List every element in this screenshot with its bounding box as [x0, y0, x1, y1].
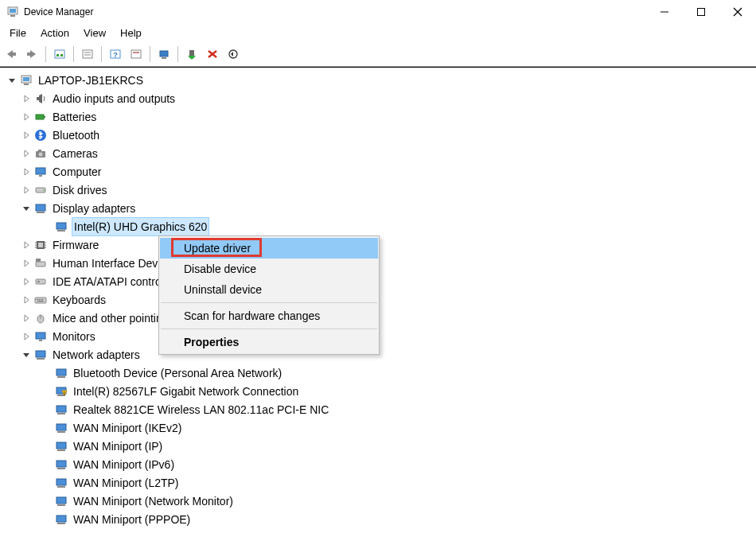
display-adapter-icon — [54, 220, 68, 233]
context-scan-hardware[interactable]: Scan for hardware changes — [160, 305, 378, 326]
tree-display-child[interactable]: Intel(R) UHD Graphics 620 — [2, 217, 756, 235]
network-icon — [33, 348, 48, 361]
tree-net6[interactable]: WAN Miniport (L2TP) — [2, 473, 756, 492]
help-button[interactable]: ? — [106, 45, 125, 63]
chevron-right-icon[interactable] — [21, 111, 32, 123]
menu-help[interactable]: Help — [114, 25, 148, 41]
tree-net3[interactable]: WAN Miniport (IKEv2) — [2, 418, 756, 437]
tree-computer[interactable]: Computer — [2, 162, 756, 181]
context-disable-device[interactable]: Disable device — [160, 259, 378, 279]
context-properties[interactable]: Properties — [160, 332, 378, 352]
chevron-right-icon[interactable] — [21, 331, 32, 342]
chevron-down-icon[interactable] — [6, 75, 18, 86]
tree-audio[interactable]: Audio inputs and outputs — [2, 89, 756, 107]
chevron-right-icon[interactable] — [21, 148, 32, 159]
chevron-right-icon[interactable] — [21, 294, 32, 305]
action-button[interactable] — [127, 45, 146, 63]
tree-cameras[interactable]: Cameras — [2, 144, 756, 162]
chevron-right-icon[interactable] — [21, 130, 32, 141]
svg-rect-53 — [36, 279, 45, 284]
disable-button[interactable] — [224, 45, 243, 63]
menu-file[interactable]: File — [3, 25, 33, 41]
svg-rect-36 — [39, 175, 42, 177]
svg-rect-77 — [57, 461, 66, 467]
properties-button[interactable] — [78, 45, 97, 63]
tree-root[interactable]: LAPTOP-JB1EKRCS — [2, 71, 756, 89]
svg-rect-57 — [39, 299, 41, 300]
show-hidden-button[interactable] — [50, 45, 69, 63]
minimize-button[interactable] — [646, 0, 683, 24]
tree-net5[interactable]: WAN Miniport (IPv6) — [2, 455, 756, 473]
svg-rect-84 — [57, 523, 65, 524]
toolbar-separator — [177, 46, 178, 62]
firmware-icon — [33, 239, 48, 251]
svg-rect-72 — [57, 413, 65, 414]
svg-rect-75 — [57, 442, 66, 449]
tree-net1[interactable]: ! Intel(R) 82567LF Gigabit Network Conne… — [2, 382, 756, 400]
tree-display[interactable]: Display adapters — [2, 199, 756, 217]
chevron-right-icon[interactable] — [21, 276, 32, 287]
svg-rect-82 — [57, 504, 65, 506]
context-update-driver[interactable]: Update driver — [160, 238, 378, 259]
context-menu: Update driver Disable device Uninstall d… — [158, 235, 380, 355]
svg-rect-79 — [57, 479, 66, 485]
forward-button[interactable] — [22, 45, 41, 63]
network-adapter-warning-icon: ! — [54, 385, 68, 398]
menu-view[interactable]: View — [77, 25, 112, 41]
svg-rect-71 — [57, 406, 66, 412]
tree-label: WAN Miniport (IPv6) — [72, 455, 176, 474]
svg-rect-55 — [35, 298, 46, 303]
svg-rect-41 — [57, 223, 66, 229]
svg-rect-30 — [44, 116, 45, 118]
chevron-right-icon[interactable] — [21, 93, 32, 104]
chevron-right-icon[interactable] — [21, 185, 32, 196]
menubar: File Action View Help — [0, 24, 756, 44]
tree-bluetooth[interactable]: Bluetooth — [2, 126, 756, 144]
chevron-down-icon[interactable] — [21, 203, 32, 214]
svg-rect-64 — [36, 351, 45, 357]
context-separator — [161, 302, 377, 303]
chevron-right-icon[interactable] — [21, 313, 32, 324]
tree-label: Realtek 8821CE Wireless LAN 802.11ac PCI… — [72, 400, 330, 419]
computer-icon — [19, 74, 33, 87]
svg-rect-58 — [41, 299, 43, 300]
keyboard-icon — [33, 294, 48, 306]
network-adapter-icon — [54, 477, 68, 489]
svg-rect-52 — [36, 259, 41, 262]
tree-disk[interactable]: Disk drives — [2, 181, 756, 199]
chevron-right-icon[interactable] — [21, 239, 32, 251]
maximize-button[interactable] — [683, 0, 719, 24]
back-button[interactable] — [2, 45, 21, 63]
device-manager-icon — [6, 6, 19, 18]
chevron-down-icon[interactable] — [21, 349, 32, 360]
close-button[interactable] — [719, 0, 756, 24]
svg-rect-73 — [57, 424, 66, 430]
camera-icon — [33, 147, 48, 160]
bluetooth-icon — [33, 129, 48, 142]
chevron-right-icon[interactable] — [21, 166, 32, 177]
tree-label: Batteries — [51, 107, 98, 126]
svg-rect-39 — [36, 204, 45, 211]
tree-net7[interactable]: WAN Miniport (Network Monitor) — [2, 492, 756, 510]
scan-hardware-button[interactable] — [154, 45, 173, 63]
context-uninstall-device[interactable]: Uninstall device — [160, 279, 378, 300]
uninstall-button[interactable] — [203, 45, 222, 63]
tree-net8[interactable]: WAN Miniport (PPPOE) — [2, 510, 756, 528]
svg-rect-56 — [37, 299, 38, 300]
svg-rect-76 — [57, 449, 65, 451]
menu-action[interactable]: Action — [34, 25, 76, 41]
update-driver-button[interactable] — [182, 45, 201, 63]
tree-net2[interactable]: Realtek 8821CE Wireless LAN 802.11ac PCI… — [2, 400, 756, 418]
tree-net0[interactable]: Bluetooth Device (Personal Area Network) — [2, 364, 756, 382]
svg-rect-54 — [37, 281, 40, 282]
chevron-right-icon[interactable] — [21, 258, 32, 269]
battery-icon — [33, 111, 48, 123]
tree-net4[interactable]: WAN Miniport (IP) — [2, 437, 756, 455]
tree-batteries[interactable]: Batteries — [2, 107, 756, 126]
tree-label: Intel(R) 82567LF Gigabit Network Connect… — [72, 382, 300, 401]
disk-icon — [33, 184, 48, 196]
svg-rect-27 — [24, 84, 29, 85]
tree-label: Display adapters — [51, 199, 137, 218]
svg-rect-59 — [37, 301, 44, 302]
svg-rect-20 — [162, 57, 166, 59]
